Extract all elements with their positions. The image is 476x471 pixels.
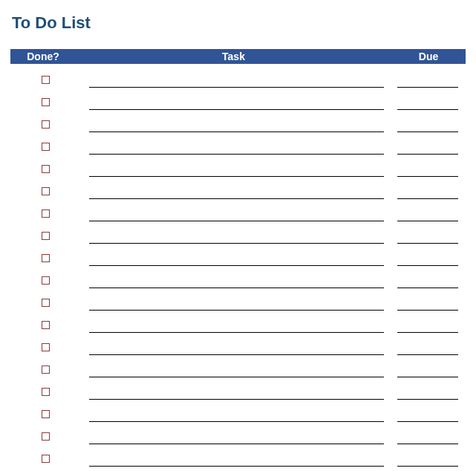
done-checkbox[interactable] bbox=[42, 120, 50, 129]
done-checkbox[interactable] bbox=[42, 187, 50, 195]
done-checkbox[interactable] bbox=[42, 76, 50, 84]
done-cell bbox=[15, 157, 76, 180]
done-checkbox[interactable] bbox=[42, 299, 50, 307]
task-field[interactable] bbox=[89, 278, 384, 288]
table-row bbox=[10, 447, 466, 470]
due-field[interactable] bbox=[397, 278, 458, 288]
done-cell bbox=[15, 425, 76, 447]
task-field[interactable] bbox=[89, 233, 384, 244]
done-cell bbox=[15, 202, 76, 224]
done-cell bbox=[15, 314, 76, 336]
due-field[interactable] bbox=[397, 412, 458, 422]
done-cell bbox=[15, 447, 76, 470]
task-field[interactable] bbox=[89, 412, 384, 422]
task-field[interactable] bbox=[89, 211, 384, 221]
table-row bbox=[10, 336, 466, 358]
task-field[interactable] bbox=[89, 100, 384, 110]
table-row bbox=[10, 135, 466, 157]
task-field[interactable] bbox=[89, 367, 384, 377]
column-header-due: Due bbox=[391, 49, 466, 64]
table-row bbox=[10, 403, 466, 425]
task-field[interactable] bbox=[89, 166, 384, 177]
done-checkbox[interactable] bbox=[42, 366, 50, 374]
done-checkbox[interactable] bbox=[42, 343, 50, 351]
column-header-row: Done? Task Due bbox=[10, 49, 466, 64]
due-field[interactable] bbox=[397, 122, 458, 132]
due-field[interactable] bbox=[397, 300, 458, 311]
due-field[interactable] bbox=[397, 189, 458, 199]
done-cell bbox=[15, 247, 76, 269]
due-field[interactable] bbox=[397, 389, 458, 400]
table-row bbox=[10, 157, 466, 180]
done-cell bbox=[15, 403, 76, 425]
table-row bbox=[10, 247, 466, 269]
task-field[interactable] bbox=[89, 144, 384, 155]
done-checkbox[interactable] bbox=[42, 455, 50, 463]
task-field[interactable] bbox=[89, 300, 384, 311]
done-checkbox[interactable] bbox=[42, 232, 50, 240]
task-field[interactable] bbox=[89, 77, 384, 88]
table-row bbox=[10, 358, 466, 380]
done-cell bbox=[15, 380, 76, 403]
done-checkbox[interactable] bbox=[42, 276, 50, 285]
table-row bbox=[10, 68, 466, 91]
due-field[interactable] bbox=[397, 100, 458, 110]
done-checkbox[interactable] bbox=[42, 209, 50, 218]
table-row bbox=[10, 314, 466, 336]
done-checkbox[interactable] bbox=[42, 410, 50, 418]
table-row bbox=[10, 113, 466, 135]
due-field[interactable] bbox=[397, 367, 458, 377]
task-field[interactable] bbox=[89, 122, 384, 132]
done-checkbox[interactable] bbox=[42, 143, 50, 151]
due-field[interactable] bbox=[397, 322, 458, 333]
done-checkbox[interactable] bbox=[42, 98, 50, 106]
table-row bbox=[10, 425, 466, 447]
done-cell bbox=[15, 336, 76, 358]
done-checkbox[interactable] bbox=[42, 321, 50, 329]
done-checkbox[interactable] bbox=[42, 254, 50, 262]
task-field[interactable] bbox=[89, 389, 384, 400]
task-field[interactable] bbox=[89, 256, 384, 266]
due-field[interactable] bbox=[397, 456, 458, 467]
done-checkbox[interactable] bbox=[42, 388, 50, 396]
due-field[interactable] bbox=[397, 434, 458, 444]
table-row bbox=[10, 180, 466, 202]
todo-rows bbox=[10, 68, 466, 470]
task-field[interactable] bbox=[89, 345, 384, 355]
done-cell bbox=[15, 269, 76, 291]
table-row bbox=[10, 269, 466, 291]
page-title: To Do List bbox=[12, 13, 466, 33]
done-cell bbox=[15, 135, 76, 157]
task-field[interactable] bbox=[89, 456, 384, 467]
table-row bbox=[10, 91, 466, 113]
table-row bbox=[10, 224, 466, 247]
due-field[interactable] bbox=[397, 233, 458, 244]
task-field[interactable] bbox=[89, 322, 384, 333]
done-checkbox[interactable] bbox=[42, 165, 50, 173]
done-cell bbox=[15, 113, 76, 135]
done-checkbox[interactable] bbox=[42, 432, 50, 441]
done-cell bbox=[15, 91, 76, 113]
table-row bbox=[10, 380, 466, 403]
column-header-done: Done? bbox=[10, 49, 76, 64]
due-field[interactable] bbox=[397, 345, 458, 355]
due-field[interactable] bbox=[397, 77, 458, 88]
done-cell bbox=[15, 291, 76, 314]
due-field[interactable] bbox=[397, 166, 458, 177]
done-cell bbox=[15, 180, 76, 202]
table-row bbox=[10, 291, 466, 314]
due-field[interactable] bbox=[397, 256, 458, 266]
task-field[interactable] bbox=[89, 434, 384, 444]
due-field[interactable] bbox=[397, 211, 458, 221]
task-field[interactable] bbox=[89, 189, 384, 199]
done-cell bbox=[15, 68, 76, 91]
due-field[interactable] bbox=[397, 144, 458, 155]
done-cell bbox=[15, 224, 76, 247]
done-cell bbox=[15, 358, 76, 380]
table-row bbox=[10, 202, 466, 224]
column-header-task: Task bbox=[76, 49, 391, 64]
